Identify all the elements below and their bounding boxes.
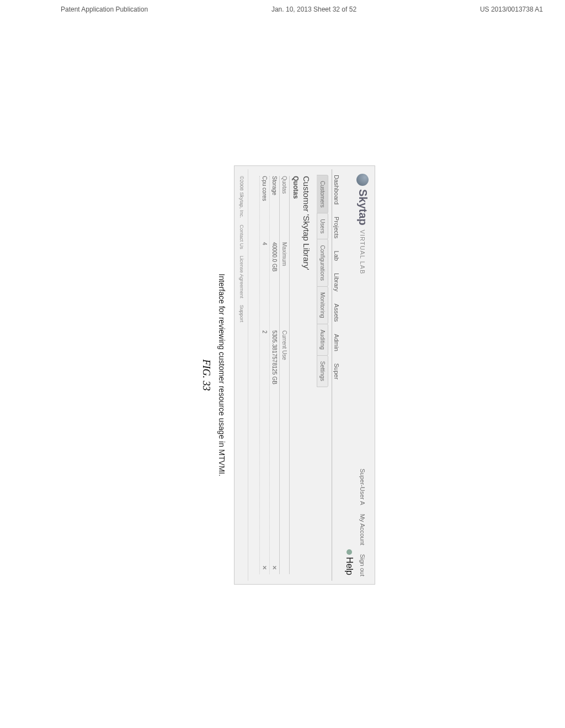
help-link[interactable]: Help [344, 549, 354, 575]
gear-icon [347, 549, 352, 555]
topbar-right: Super-User A My Account Sign out [360, 469, 366, 576]
tab-super[interactable]: Super [333, 363, 340, 379]
sub-tabs: Customers Users Configurations Monitorin… [317, 175, 328, 575]
brand-logo-icon [357, 174, 369, 186]
tab-admin[interactable]: Admin [333, 334, 340, 351]
main-tabs: Dashboard Projects Lab Library Assets Ad… [332, 169, 343, 581]
rotated-figure-container: Skytap VIRTUAL LAB Super-User A My Accou… [66, 165, 375, 585]
subtab-auditing[interactable]: Auditing [317, 324, 328, 356]
col-header-cur: Current Use [281, 330, 287, 496]
subtab-monitoring[interactable]: Monitoring [317, 286, 328, 324]
subsection-title: Quotas [290, 169, 301, 581]
brand-name: Skytap [356, 189, 369, 226]
table-row: Storage 40000.0 GB 5305.3817578125 GB ✕ [269, 176, 279, 574]
table-row: Cpu cores 4 2 ✕ [259, 176, 269, 574]
delete-icon[interactable]: ✕ [271, 565, 278, 570]
sign-out-link[interactable]: Sign out [360, 554, 366, 576]
quota-max: 40000.0 GB [271, 242, 278, 330]
section-title: Customer 'Skytap Library' [301, 169, 312, 581]
footer-contact-link[interactable]: Contact Us [239, 224, 244, 249]
quota-current: 5305.3817578125 GB [271, 330, 278, 496]
header-left: Patent Application Publication [61, 6, 148, 13]
col-header-name: Quotas [281, 176, 287, 242]
brand-subtitle: VIRTUAL LAB [360, 230, 366, 275]
col-header-max: Maximum [281, 242, 287, 330]
footer-license-link[interactable]: License Agreement [239, 256, 244, 298]
figure-caption: Interface for reviewing customer resourc… [217, 165, 234, 585]
header-center: Jan. 10, 2013 Sheet 32 of 52 [271, 6, 356, 13]
brand: Skytap VIRTUAL LAB [356, 174, 369, 274]
subtab-configurations[interactable]: Configurations [317, 239, 328, 286]
quota-current: 2 [262, 330, 268, 496]
header-right: US 2013/0013738 A1 [480, 6, 543, 13]
tab-lab[interactable]: Lab [333, 251, 340, 261]
table-header-row: Quotas Maximum Current Use [279, 176, 289, 574]
current-user: Super-User A [360, 469, 366, 505]
tab-assets[interactable]: Assets [333, 304, 340, 322]
patent-page-header: Patent Application Publication Jan. 10, … [0, 0, 565, 16]
subtab-settings[interactable]: Settings [317, 355, 328, 387]
quota-name: Storage [271, 176, 278, 242]
subtab-customers[interactable]: Customers [317, 175, 328, 213]
tab-dashboard[interactable]: Dashboard [333, 175, 340, 205]
app-screenshot: Skytap VIRTUAL LAB Super-User A My Accou… [234, 165, 375, 585]
quota-name: Cpu cores [262, 176, 268, 242]
quota-max: 4 [262, 242, 268, 330]
delete-icon[interactable]: ✕ [262, 565, 268, 570]
quota-table: Quotas Maximum Current Use Storage 40000… [259, 176, 290, 574]
app-footer: ©2008 Skytap, Inc. Contact Us License Ag… [238, 169, 248, 581]
footer-copyright: ©2008 Skytap, Inc. [239, 176, 244, 218]
subtab-users[interactable]: Users [317, 213, 328, 239]
tab-projects[interactable]: Projects [333, 217, 340, 239]
footer-support-link[interactable]: Support [239, 305, 244, 323]
app-topbar: Skytap VIRTUAL LAB Super-User A My Accou… [354, 169, 371, 581]
tab-library[interactable]: Library [333, 273, 340, 292]
my-account-link[interactable]: My Account [360, 514, 366, 545]
figure-label: FIG. 33 [200, 165, 217, 585]
